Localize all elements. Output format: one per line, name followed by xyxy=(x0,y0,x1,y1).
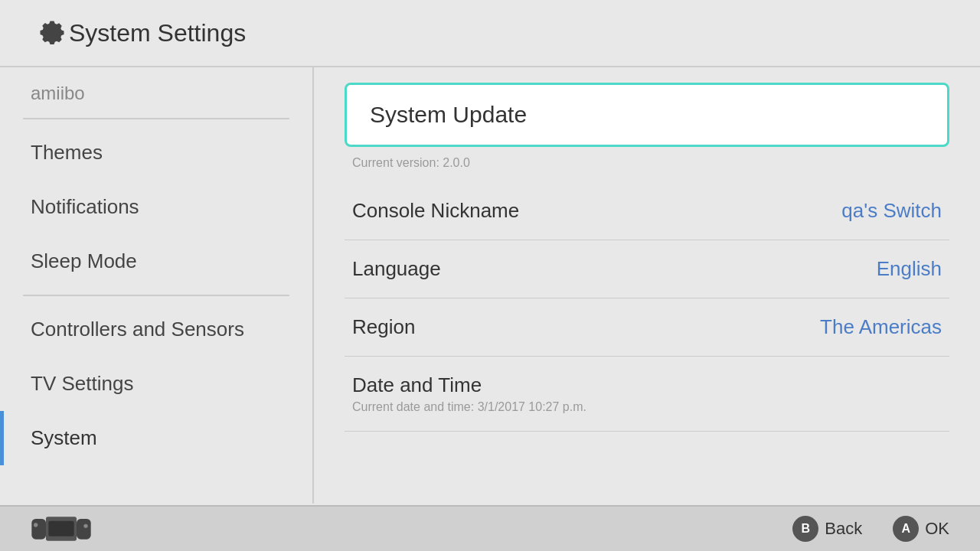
region-value: The Americas xyxy=(820,315,942,339)
ok-label: OK xyxy=(925,519,949,539)
sidebar-item-tv-settings[interactable]: TV Settings xyxy=(0,357,312,411)
sidebar-divider-mid xyxy=(23,295,289,296)
back-label: Back xyxy=(825,519,862,539)
date-time-row[interactable]: Date and Time Current date and time: 3/1… xyxy=(345,357,949,432)
date-time-subtitle: Current date and time: 3/1/2017 10:27 p.… xyxy=(352,400,586,414)
system-update-box[interactable]: System Update xyxy=(345,83,949,147)
region-label: Region xyxy=(352,315,415,339)
main-layout: amiibo Themes Notifications Sleep Mode C… xyxy=(0,67,980,504)
system-update-subtitle: Current version: 2.0.0 xyxy=(352,156,470,169)
page-title: System Settings xyxy=(69,19,246,47)
sidebar-item-themes[interactable]: Themes xyxy=(0,126,312,180)
language-value: English xyxy=(877,257,942,281)
sidebar-item-system[interactable]: System xyxy=(0,411,312,465)
a-button-circle: A xyxy=(893,516,919,542)
svg-rect-1 xyxy=(34,523,38,527)
svg-rect-4 xyxy=(77,519,91,540)
date-time-label: Date and Time xyxy=(352,373,482,397)
header: System Settings xyxy=(0,0,980,67)
svg-point-5 xyxy=(83,524,87,528)
b-button-circle: B xyxy=(792,516,818,542)
sidebar-item-notifications[interactable]: Notifications xyxy=(0,180,312,234)
console-nickname-label: Console Nickname xyxy=(352,199,519,223)
region-row[interactable]: Region The Americas xyxy=(345,298,949,357)
footer: B Back A OK xyxy=(0,505,980,551)
sidebar-item-amiibo[interactable]: amiibo xyxy=(0,67,312,112)
language-label: Language xyxy=(352,257,441,281)
sidebar-divider-top xyxy=(23,118,289,119)
sidebar-item-sleep-mode[interactable]: Sleep Mode xyxy=(0,234,312,289)
footer-buttons: B Back A OK xyxy=(792,516,949,542)
svg-rect-0 xyxy=(31,519,46,540)
language-row[interactable]: Language English xyxy=(345,240,949,298)
content-area: System Update Current version: 2.0.0 Con… xyxy=(314,67,980,504)
sidebar: amiibo Themes Notifications Sleep Mode C… xyxy=(0,67,314,504)
console-nickname-row[interactable]: Console Nickname qa's Switch xyxy=(345,182,949,240)
footer-left xyxy=(31,514,92,543)
gear-icon xyxy=(31,14,69,52)
system-update-title: System Update xyxy=(370,102,924,128)
console-nickname-value: qa's Switch xyxy=(841,199,942,223)
svg-rect-3 xyxy=(48,521,74,536)
sidebar-item-controllers-sensors[interactable]: Controllers and Sensors xyxy=(0,302,312,357)
switch-controller-icon xyxy=(31,514,92,543)
back-button-group[interactable]: B Back xyxy=(792,516,862,542)
ok-button-group[interactable]: A OK xyxy=(893,516,949,542)
